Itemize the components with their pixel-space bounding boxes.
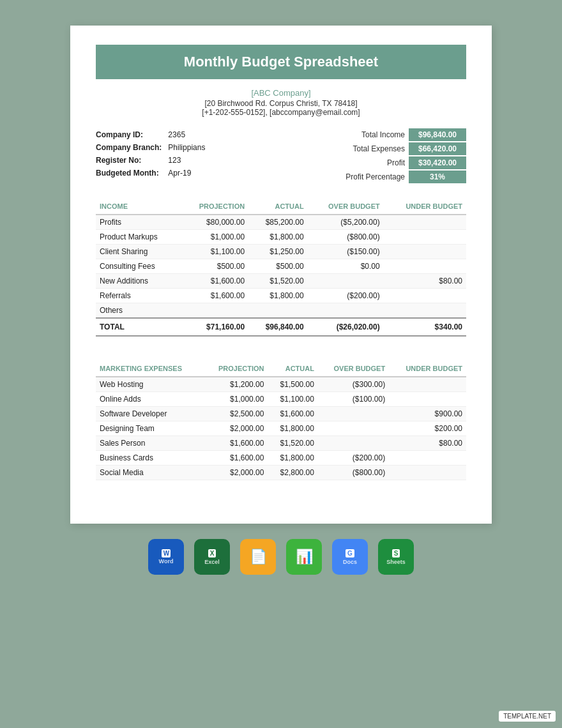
income-row-under xyxy=(384,245,466,259)
company-contact: [+1-202-555-0152], [abccompany@email.com… xyxy=(96,108,466,117)
mkt-row-under: $200.00 xyxy=(389,421,466,436)
mkt-row-projection: $1,000.00 xyxy=(204,392,268,407)
income-row-over: ($200.00) xyxy=(308,289,384,303)
mkt-row-over xyxy=(318,421,389,436)
mkt-row-projection: $2,500.00 xyxy=(204,407,268,421)
income-row-under xyxy=(384,215,466,230)
mkt-row-actual: $1,100.00 xyxy=(268,392,317,407)
income-row-over: ($800.00) xyxy=(308,230,384,245)
income-row-under xyxy=(384,289,466,303)
under-budget-col-header: UNDER BUDGET xyxy=(384,199,466,215)
gsheets-icon[interactable]: S Sheets xyxy=(378,539,414,575)
title-bar: Monthly Budget Spreadsheet xyxy=(96,45,466,79)
income-row-projection: $1,000.00 xyxy=(180,230,248,245)
mkt-under-budget-col-header: UNDER BUDGET xyxy=(389,361,466,377)
income-total-projection: $71,160.00 xyxy=(180,318,248,336)
company-info: [ABC Company] [20 Birchwood Rd. Corpus C… xyxy=(96,88,466,117)
marketing-row: Designing Team $2,000.00 $1,800.00 $200.… xyxy=(96,421,466,436)
mkt-row-actual: $1,800.00 xyxy=(268,451,317,466)
profit-value: $30,420.00 xyxy=(409,156,466,169)
mkt-over-budget-col-header: OVER BUDGET xyxy=(318,361,389,377)
marketing-row: Social Media $2,000.00 $2,800.00 ($800.0… xyxy=(96,466,466,480)
profit-pct-row: Profit Percentage 31% xyxy=(346,171,466,183)
projection-col-header: PROJECTION xyxy=(180,199,248,215)
numbers-icon[interactable]: 📊 xyxy=(286,539,322,575)
mkt-row-projection: $1,600.00 xyxy=(204,436,268,451)
company-branch-label: Company Branch: xyxy=(96,141,168,154)
marketing-table: MARKETING EXPENSES PROJECTION ACTUAL OVE… xyxy=(96,361,466,480)
mkt-row-name: Designing Team xyxy=(96,421,204,436)
income-row-under xyxy=(384,230,466,245)
income-row-name: Others xyxy=(96,303,180,319)
income-total-under: $340.00 xyxy=(384,318,466,336)
mkt-row-projection: $1,200.00 xyxy=(204,377,268,392)
marketing-row: Business Cards $1,600.00 $1,800.00 ($200… xyxy=(96,451,466,466)
income-row-actual: $1,520.00 xyxy=(248,274,308,289)
company-branch-value: Philippians xyxy=(168,141,211,154)
income-row-over xyxy=(308,274,384,289)
income-row-actual: $1,800.00 xyxy=(248,230,308,245)
marketing-row: Online Adds $1,000.00 $1,100.00 ($100.00… xyxy=(96,392,466,407)
income-row: Consulting Fees $500.00 $500.00 $0.00 xyxy=(96,259,466,274)
income-row: Profits $80,000.00 $85,200.00 ($5,200.00… xyxy=(96,215,466,230)
register-no-value: 123 xyxy=(168,154,211,167)
mkt-row-under: $80.00 xyxy=(389,436,466,451)
mkt-row-under xyxy=(389,451,466,466)
income-row-name: Referrals xyxy=(96,289,180,303)
income-row-under: $80.00 xyxy=(384,274,466,289)
total-expenses-row: Total Expenses $66,420.00 xyxy=(353,142,466,155)
income-row: New Additions $1,600.00 $1,520.00 $80.00 xyxy=(96,274,466,289)
mkt-row-under xyxy=(389,392,466,407)
register-no-label: Register No: xyxy=(96,154,168,167)
mkt-row-name: Online Adds xyxy=(96,392,204,407)
info-right: Total Income $96,840.00 Total Expenses $… xyxy=(346,128,466,183)
total-income-label: Total Income xyxy=(361,130,405,139)
profit-label: Profit xyxy=(387,158,405,167)
income-row-name: Profits xyxy=(96,215,180,230)
mkt-projection-col-header: PROJECTION xyxy=(204,361,268,377)
income-row-projection: $1,100.00 xyxy=(180,245,248,259)
company-name: [ABC Company] xyxy=(96,88,466,98)
income-table: INCOME PROJECTION ACTUAL OVER BUDGET UND… xyxy=(96,199,466,337)
word-icon[interactable]: W Word xyxy=(148,539,184,575)
income-row-under xyxy=(384,303,466,319)
excel-icon[interactable]: X Excel xyxy=(194,539,230,575)
income-row-over xyxy=(308,303,384,319)
mkt-row-name: Social Media xyxy=(96,466,204,480)
income-row-name: Client Sharing xyxy=(96,245,180,259)
income-row-name: Consulting Fees xyxy=(96,259,180,274)
page-title: Monthly Budget Spreadsheet xyxy=(184,54,378,70)
income-total-actual: $96,840.00 xyxy=(248,318,308,336)
mkt-row-projection: $2,000.00 xyxy=(204,421,268,436)
income-row-over: $0.00 xyxy=(308,259,384,274)
page-container: Monthly Budget Spreadsheet [ABC Company]… xyxy=(70,26,492,524)
budgeted-month-value: Apr-19 xyxy=(168,167,211,179)
marketing-row: Web Hosting $1,200.00 $1,500.00 ($300.00… xyxy=(96,377,466,392)
mkt-row-under xyxy=(389,377,466,392)
income-row: Others xyxy=(96,303,466,319)
mkt-row-actual: $1,520.00 xyxy=(268,436,317,451)
gdocs-icon[interactable]: G Docs xyxy=(332,539,368,575)
total-expenses-value: $66,420.00 xyxy=(409,142,466,155)
company-id-label: Company ID: xyxy=(96,128,168,141)
mkt-row-over: ($100.00) xyxy=(318,392,389,407)
total-income-value: $96,840.00 xyxy=(409,128,466,141)
mkt-row-actual: $1,600.00 xyxy=(268,407,317,421)
marketing-row: Software Developer $2,500.00 $1,600.00 $… xyxy=(96,407,466,421)
income-row-name: New Additions xyxy=(96,274,180,289)
income-row-actual: $500.00 xyxy=(248,259,308,274)
info-left: Company ID: 2365 Company Branch: Philipp… xyxy=(96,128,211,183)
mkt-row-actual: $1,800.00 xyxy=(268,421,317,436)
mkt-row-actual: $2,800.00 xyxy=(268,466,317,480)
profit-pct-value: 31% xyxy=(409,171,466,183)
income-row-actual xyxy=(248,303,308,319)
income-row: Referrals $1,600.00 $1,800.00 ($200.00) xyxy=(96,289,466,303)
income-row-actual: $1,800.00 xyxy=(248,289,308,303)
income-row-projection: $1,600.00 xyxy=(180,289,248,303)
income-total-label: TOTAL xyxy=(96,318,180,336)
mkt-row-under: $900.00 xyxy=(389,407,466,421)
income-total-row: TOTAL $71,160.00 $96,840.00 ($26,020.00)… xyxy=(96,318,466,336)
mkt-row-projection: $2,000.00 xyxy=(204,466,268,480)
pages-icon[interactable]: 📄 xyxy=(240,539,276,575)
mkt-row-name: Software Developer xyxy=(96,407,204,421)
